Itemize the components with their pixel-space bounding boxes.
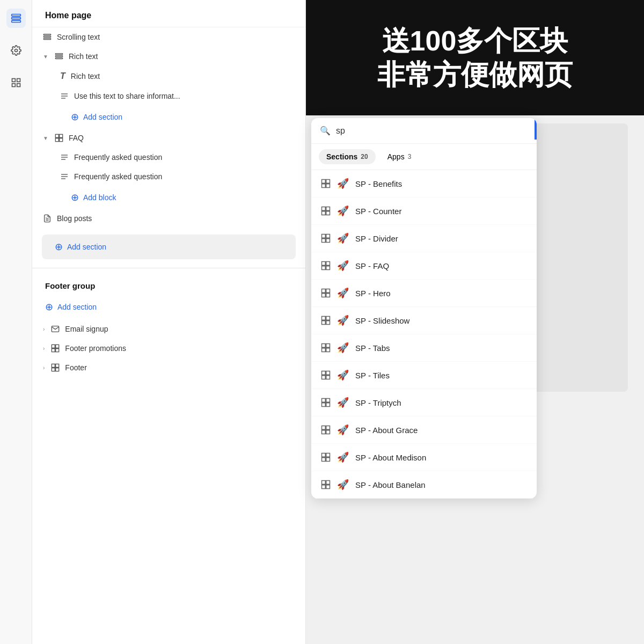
svg-rect-78 [322, 453, 326, 457]
section-grid-icon [321, 261, 331, 270]
add-footer-section-button[interactable]: ⊕ Add section [32, 295, 305, 319]
result-name-label: SP - Slideshow [355, 316, 409, 325]
svg-rect-30 [52, 345, 55, 348]
list-item[interactable]: 🚀 SP - Hero [311, 280, 537, 307]
tab-sections[interactable]: Sections 20 [319, 149, 376, 164]
tab-apps[interactable]: Apps 3 [380, 149, 419, 164]
svg-rect-65 [326, 348, 330, 352]
email-signup-label: Email signup [65, 325, 295, 333]
list-item[interactable]: 🚀 SP - Slideshow [311, 307, 537, 334]
faq-lines-icon-1 [60, 153, 69, 162]
svg-rect-5 [17, 79, 20, 82]
faq-item-1-label: Frequently asked question [74, 153, 295, 162]
faq-lines-icon-2 [60, 172, 69, 181]
list-item-rich-text-child[interactable]: T Rich text [32, 66, 305, 86]
add-footer-section-label: Add section [57, 303, 97, 311]
svg-rect-44 [322, 211, 326, 215]
list-item[interactable]: 🚀 SP - FAQ [311, 252, 537, 280]
add-block-button-2[interactable]: ⊕ Add block [32, 186, 305, 209]
list-item-faq-group[interactable]: ▼ FAQ [32, 128, 305, 148]
svg-rect-2 [11, 20, 20, 22]
rocket-icon: 🚀 [337, 451, 349, 463]
list-item[interactable]: 🚀 SP - About Medison [311, 444, 537, 471]
list-item-footer-promotions[interactable]: › Footer promotions [32, 339, 305, 358]
svg-rect-56 [322, 294, 326, 297]
search-dropdown: 🔍 Sections 20 Apps 3 [311, 118, 537, 499]
svg-rect-80 [322, 458, 326, 462]
search-input[interactable] [336, 126, 528, 136]
svg-rect-19 [55, 138, 58, 142]
rocket-icon: 🚀 [337, 232, 349, 244]
list-item[interactable]: 🚀 SP - Divider [311, 225, 537, 252]
list-item[interactable]: 🚀 SP - Tabs [311, 334, 537, 362]
list-item-blog-posts[interactable]: Blog posts [32, 209, 305, 228]
email-icon [51, 325, 60, 333]
svg-rect-49 [326, 239, 330, 243]
svg-rect-68 [322, 376, 326, 379]
add-block-plus-icon: ⊕ [71, 111, 79, 123]
svg-rect-17 [55, 134, 58, 137]
svg-rect-58 [322, 317, 326, 320]
scrolling-text-label: Scrolling text [57, 33, 295, 41]
rocket-icon: 🚀 [337, 369, 349, 381]
svg-rect-63 [326, 344, 330, 348]
list-item[interactable]: 🚀 SP - Tiles [311, 362, 537, 389]
section-grid-icon [321, 233, 331, 243]
svg-rect-83 [326, 481, 330, 485]
faq-group-label: FAQ [69, 134, 295, 142]
list-item[interactable]: 🚀 SP - Triptych [311, 389, 537, 416]
list-item[interactable]: 🚀 SP - About Grace [311, 416, 537, 444]
svg-rect-53 [326, 266, 330, 270]
list-item-footer[interactable]: › Footer [32, 358, 305, 377]
results-list: 🚀 SP - Benefits 🚀 SP - Counter 🚀 SP - Di… [311, 170, 537, 499]
sidebar-icon-apps[interactable] [6, 73, 26, 92]
list-item-rich-text-group[interactable]: ▼ Rich text [32, 47, 305, 66]
list-item[interactable]: 🚀 SP - About Banelan [311, 471, 537, 499]
svg-rect-20 [60, 138, 63, 142]
svg-rect-8 [43, 34, 50, 35]
svg-rect-43 [326, 207, 330, 211]
banner-overlay: 送100多个区块 非常方便做网页 [306, 0, 644, 115]
section-grid-icon [321, 288, 331, 298]
svg-rect-62 [322, 344, 326, 348]
list-item-scrolling-text[interactable]: Scrolling text [32, 27, 305, 47]
sidebar-icon-settings[interactable] [6, 41, 26, 60]
list-item-email-signup[interactable]: › Email signup [32, 319, 305, 339]
chevron-down-icon: ▼ [43, 54, 48, 60]
svg-rect-0 [11, 14, 20, 16]
svg-rect-66 [322, 371, 326, 375]
tab-apps-label: Apps [387, 152, 405, 161]
add-block-button-1[interactable]: ⊕ Add section [32, 106, 305, 128]
rocket-icon: 🚀 [337, 397, 349, 408]
svg-rect-64 [322, 348, 326, 352]
list-item-rich-text-desc[interactable]: Use this text to share informat... [32, 86, 305, 106]
section-grid-icon [321, 316, 331, 325]
result-name-label: SP - Counter [355, 207, 401, 216]
svg-rect-9 [43, 36, 50, 38]
svg-rect-37 [56, 368, 59, 371]
svg-rect-13 [55, 58, 62, 59]
result-name-label: SP - About Medison [355, 453, 426, 462]
rich-text-child-label: Rich text [71, 72, 295, 80]
svg-rect-41 [326, 184, 330, 188]
svg-rect-54 [322, 289, 326, 293]
list-item[interactable]: 🚀 SP - Benefits [311, 170, 537, 197]
footer-promo-chevron-icon: › [43, 346, 45, 352]
add-block-label-2: Add block [83, 193, 116, 202]
add-section-button[interactable]: ⊕ Add section [42, 235, 296, 259]
svg-rect-57 [326, 294, 330, 297]
faq-chevron-icon: ▼ [43, 135, 48, 141]
rich-text-T-icon: T [60, 71, 65, 81]
faq-group-icon [55, 134, 63, 142]
svg-point-3 [14, 49, 17, 52]
sidebar-icon-layers[interactable] [6, 9, 26, 28]
svg-rect-35 [56, 364, 59, 367]
list-item-faq-2[interactable]: Frequently asked question [32, 167, 305, 186]
list-item-faq-1[interactable]: Frequently asked question [32, 148, 305, 167]
list-item[interactable]: 🚀 SP - Counter [311, 197, 537, 225]
rich-text-desc-label: Use this text to share informat... [74, 92, 295, 100]
footer-label: Footer [65, 363, 295, 372]
svg-rect-59 [326, 317, 330, 320]
email-chevron-icon: › [43, 326, 45, 332]
rocket-icon: 🚀 [337, 287, 349, 299]
